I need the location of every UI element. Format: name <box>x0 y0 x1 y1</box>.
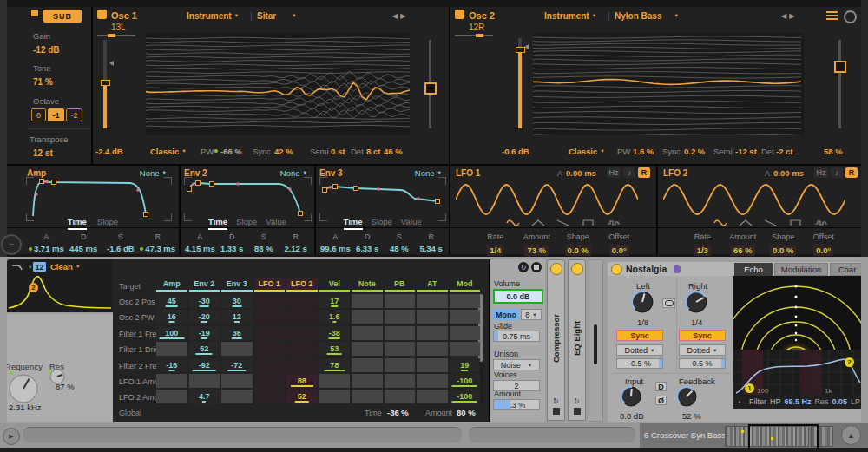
matrix-cell-lfo2[interactable] <box>286 342 318 356</box>
echo-left-sync-button[interactable]: Sync <box>616 330 663 341</box>
tab-modulation[interactable]: Modulation <box>774 263 828 276</box>
osc1-semi-value[interactable]: 0 st <box>331 147 345 156</box>
tab-echo[interactable]: Echo <box>734 263 773 276</box>
osc1-category-dropdown[interactable]: Instrument▼ <box>187 11 239 21</box>
matrix-cell-mod[interactable]: -100 <box>450 374 481 388</box>
matrix-cell-pb[interactable] <box>385 358 416 372</box>
shape-value[interactable]: 0.0 % <box>565 245 591 256</box>
square-shape-icon[interactable] <box>582 219 595 227</box>
matrix-cell-env3[interactable] <box>221 390 253 403</box>
device-activator-led[interactable] <box>611 264 622 275</box>
rate-value[interactable]: 1/4 <box>487 245 503 256</box>
lfo1-shape-selector[interactable] <box>506 219 621 227</box>
echo-left-offset-value[interactable]: -0.5 % <box>616 358 663 369</box>
poly-voices-dropdown[interactable]: 8▼ <box>521 309 542 320</box>
sine-shape-icon[interactable] <box>506 219 520 227</box>
matrix-cell-env3[interactable] <box>221 342 253 356</box>
matrix-cell-env3[interactable]: 30 <box>221 294 253 308</box>
device-compressor[interactable]: Compressor ↻ <box>547 259 565 421</box>
matrix-cell-env2[interactable]: -20 <box>189 310 220 324</box>
osc1-morph-handle[interactable] <box>424 82 437 95</box>
adsr-value[interactable]: 3.71 ms <box>28 244 65 253</box>
tone-value[interactable]: 71 % <box>33 77 53 87</box>
matrix-cell-note[interactable] <box>352 358 383 372</box>
matrix-cell-at[interactable] <box>417 310 448 324</box>
matrix-cell-mod[interactable] <box>450 310 481 324</box>
matrix-cell-env2[interactable]: -92 <box>189 358 220 372</box>
adsr-value[interactable]: 445 ms <box>65 244 102 253</box>
osc1-wavetable-display[interactable] <box>146 33 410 135</box>
matrix-cell-env2[interactable]: -30 <box>189 294 220 308</box>
offset-value[interactable]: 0.0° <box>609 245 629 256</box>
square-shape-icon[interactable] <box>789 219 803 227</box>
echo-phase-button[interactable]: Ø <box>655 396 667 405</box>
rate-value[interactable]: 1/3 <box>694 245 711 256</box>
sub-button[interactable]: SUB <box>43 10 82 23</box>
osc1-prev-next-arrows[interactable]: ◀▶ <box>392 12 408 20</box>
matrix-cell-note[interactable] <box>352 374 383 388</box>
show-hide-detail-button[interactable]: ▶ <box>3 428 20 445</box>
adsr-value[interactable]: 6.33 s <box>352 244 384 253</box>
osc1-level-value[interactable]: -2.4 dB <box>95 147 123 156</box>
matrix-cell-vel[interactable]: 78 <box>319 358 351 372</box>
env3-display[interactable] <box>321 175 443 217</box>
triangle-shape-icon[interactable] <box>739 219 753 227</box>
echo-feedback-knob[interactable] <box>675 385 698 411</box>
matrix-cell-note[interactable] <box>352 310 383 324</box>
echo-input-value[interactable]: 0.0 dB <box>620 411 643 421</box>
matrix-cell-amp[interactable]: -16 <box>156 358 187 372</box>
tab-character[interactable]: Char <box>830 263 861 276</box>
osc1-det-value[interactable]: 8 ct <box>366 147 380 156</box>
hp-value[interactable]: 69.5 Hz <box>784 397 811 406</box>
osc1-sync-value[interactable]: 42 % <box>274 147 293 156</box>
osc1-mode-dropdown[interactable]: Classic▼ <box>150 147 187 156</box>
matrix-cell-lfo1[interactable] <box>254 358 286 372</box>
offset-value[interactable]: 0.0° <box>813 245 833 256</box>
adsr-value[interactable]: 1.33 s <box>216 244 248 253</box>
osc1-pw-value[interactable]: -66 % <box>220 147 242 156</box>
matrix-cell-pb[interactable] <box>385 294 416 308</box>
echo-right-sync-button[interactable]: Sync <box>679 330 726 341</box>
echo-left-time-knob[interactable] <box>630 290 654 318</box>
matrix-cell-pb[interactable] <box>385 390 416 403</box>
amount-value[interactable]: 73 % <box>524 245 549 256</box>
hot-swap-icon[interactable]: ↻ <box>518 262 529 272</box>
device-activator-led[interactable] <box>550 263 562 275</box>
save-preset-icon[interactable] <box>574 408 581 415</box>
save-preset-icon[interactable] <box>553 408 560 415</box>
osc2-position-value[interactable]: 12R <box>469 23 484 32</box>
echo-right-division-dropdown[interactable]: Dotted▼ <box>679 344 726 356</box>
matrix-cell-amp[interactable]: 100 <box>156 326 187 340</box>
matrix-cell-lfo2[interactable] <box>286 294 318 308</box>
lfo2-retrigger-button[interactable]: R <box>845 167 858 178</box>
matrix-cell-vel[interactable] <box>319 390 351 403</box>
osc2-det-value[interactable]: -2 ct <box>776 147 793 156</box>
matrix-cell-at[interactable] <box>417 294 448 308</box>
random-shape-icon[interactable] <box>607 219 621 227</box>
res-value[interactable]: 87 % <box>56 382 75 391</box>
matrix-cell-at[interactable] <box>417 326 448 340</box>
matrix-cell-amp[interactable] <box>156 390 187 403</box>
matrix-cell-at[interactable] <box>417 342 448 356</box>
matrix-cell-amp[interactable] <box>156 342 187 356</box>
shape-value[interactable]: 0.0 % <box>770 245 796 256</box>
filter-mode-dropdown[interactable]: Clean▼ <box>50 262 80 272</box>
matrix-cell-note[interactable] <box>352 294 383 308</box>
osc1-morph-value[interactable]: 46 % <box>384 147 403 156</box>
lfo1-retrigger-button[interactable]: R <box>638 167 650 178</box>
saw-shape-icon[interactable] <box>764 219 778 227</box>
osc1-position-value[interactable]: 13L <box>111 23 126 32</box>
matrix-cell-mod[interactable]: -100 <box>450 390 481 403</box>
matrix-cell-vel[interactable]: -38 <box>319 326 351 340</box>
matrix-cell-env2[interactable] <box>189 374 220 388</box>
osc2-prev-next-arrows[interactable]: ◀▶ <box>781 12 797 20</box>
osc2-semi-value[interactable]: -12 st <box>735 147 757 156</box>
lp-filter-badge[interactable]: 2 <box>845 357 854 367</box>
device-activator-led[interactable] <box>571 263 583 275</box>
echo-right-offset-value[interactable]: 0.5 % <box>679 358 726 369</box>
osc2-pw-value[interactable]: 1.6 % <box>633 147 654 156</box>
osc2-wavetable-dropdown[interactable]: Nylon Bass▼ <box>615 11 679 21</box>
lfo2-hz-button[interactable]: Hz <box>814 167 828 178</box>
glide-value[interactable]: 0.75 ms <box>493 331 540 342</box>
osc2-toggle[interactable] <box>455 10 464 19</box>
